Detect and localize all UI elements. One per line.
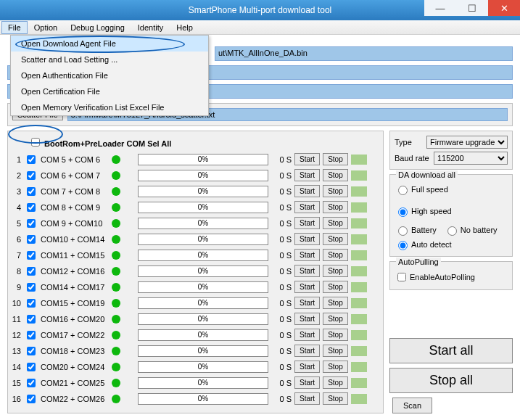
start-button[interactable]: Start <box>294 281 320 293</box>
file-menu-open-auth[interactable]: Open Authentication File <box>11 67 208 83</box>
start-button[interactable]: Start <box>294 201 320 213</box>
status-strip <box>351 394 367 404</box>
enable-autopolling-checkbox[interactable] <box>397 273 406 281</box>
port-checkbox[interactable] <box>27 187 36 196</box>
start-button[interactable]: Start <box>294 169 320 181</box>
row-number: 8 <box>11 267 21 276</box>
status-dot-icon <box>112 315 120 324</box>
bootrom-sel-all-checkbox[interactable] <box>31 138 40 147</box>
stop-button[interactable]: Stop <box>323 281 348 293</box>
start-button[interactable]: Start <box>294 297 320 309</box>
progress-bar: 0% <box>138 170 268 181</box>
status-dot-icon <box>112 283 120 292</box>
row-number: 16 <box>11 395 21 403</box>
menu-debug-logging[interactable]: Debug Logging <box>64 21 131 34</box>
file-menu-scatter-load[interactable]: Scatter and Load Setting ... <box>11 52 208 67</box>
port-checkbox[interactable] <box>27 219 36 228</box>
port-checkbox[interactable] <box>27 379 36 387</box>
port-checkbox[interactable] <box>27 347 36 355</box>
row-number: 1 <box>11 155 21 164</box>
start-button[interactable]: Start <box>294 313 320 325</box>
file-menu-open-da[interactable]: Open Download Agent File <box>11 36 208 52</box>
stop-button[interactable]: Stop <box>323 153 348 165</box>
port-checkbox[interactable] <box>27 155 36 164</box>
stop-button[interactable]: Stop <box>323 249 348 261</box>
menu-identity[interactable]: Identity <box>131 21 170 34</box>
elapsed-seconds: 0 S <box>271 315 292 324</box>
radio-full-speed[interactable] <box>398 186 408 195</box>
stop-button[interactable]: Stop <box>323 265 348 277</box>
progress-bar: 0% <box>138 329 268 341</box>
start-button[interactable]: Start <box>294 361 320 373</box>
da-bin-path: ut\MTK_AllInOne_DA.bin <box>215 46 513 61</box>
stop-button[interactable]: Stop <box>323 233 348 245</box>
menu-option[interactable]: Option <box>28 21 64 34</box>
progress-bar: 0% <box>138 250 268 261</box>
row-number: 9 <box>11 283 21 292</box>
progress-bar: 0% <box>138 265 268 277</box>
port-checkbox[interactable] <box>27 171 36 180</box>
radio-no-battery[interactable] <box>447 226 457 236</box>
port-checkbox[interactable] <box>27 299 36 308</box>
scan-button[interactable]: Scan <box>392 398 432 413</box>
port-checkbox[interactable] <box>27 315 36 324</box>
status-dot-icon <box>112 251 120 260</box>
stop-button[interactable]: Stop <box>323 345 348 357</box>
start-button[interactable]: Start <box>294 329 320 341</box>
file-menu-open-memver[interactable]: Open Memory Verification List Excel File <box>11 99 208 115</box>
row-number: 12 <box>11 331 21 339</box>
stop-button[interactable]: Stop <box>323 169 348 181</box>
radio-auto-detect[interactable] <box>398 241 408 250</box>
radio-battery[interactable] <box>398 226 408 236</box>
type-select[interactable]: Firmware upgrade <box>426 136 508 149</box>
port-checkbox[interactable] <box>27 267 36 276</box>
port-row: 2COM 6 + COM 70%0 SStartStop <box>11 168 380 183</box>
port-checkbox[interactable] <box>27 363 36 371</box>
progress-bar: 0% <box>138 234 268 245</box>
baud-select[interactable]: 115200 <box>434 152 508 165</box>
port-checkbox[interactable] <box>27 235 36 244</box>
maximize-button[interactable]: ☐ <box>456 0 488 16</box>
stop-button[interactable]: Stop <box>323 329 348 341</box>
elapsed-seconds: 0 S <box>271 363 292 371</box>
port-checkbox[interactable] <box>27 395 36 403</box>
com-label: COM20 + COM24 <box>41 363 109 371</box>
stop-button[interactable]: Stop <box>323 392 348 405</box>
status-strip <box>351 202 367 213</box>
start-button[interactable]: Start <box>294 233 320 245</box>
elapsed-seconds: 0 S <box>271 187 292 196</box>
stop-button[interactable]: Stop <box>323 217 348 229</box>
port-checkbox[interactable] <box>27 331 36 339</box>
file-menu-open-cert[interactable]: Open Certification File <box>11 83 208 99</box>
elapsed-seconds: 0 S <box>271 267 292 276</box>
start-button[interactable]: Start <box>294 345 320 357</box>
start-button[interactable]: Start <box>294 153 320 165</box>
autopulling-group: AutoPulling EnableAutoPolling <box>389 261 513 290</box>
start-button[interactable]: Start <box>294 185 320 197</box>
start-all-button[interactable]: Start all <box>389 338 513 363</box>
minimize-button[interactable]: — <box>424 0 456 16</box>
elapsed-seconds: 0 S <box>271 235 292 244</box>
port-checkbox[interactable] <box>27 283 36 292</box>
radio-high-speed[interactable] <box>398 207 408 217</box>
menu-help[interactable]: Help <box>170 21 199 34</box>
progress-bar: 0% <box>138 186 268 197</box>
stop-button[interactable]: Stop <box>323 361 348 373</box>
stop-button[interactable]: Stop <box>323 185 348 197</box>
stop-button[interactable]: Stop <box>323 376 348 389</box>
port-checkbox[interactable] <box>27 203 36 212</box>
start-button[interactable]: Start <box>294 249 320 261</box>
stop-button[interactable]: Stop <box>323 313 348 325</box>
stop-all-button[interactable]: Stop all <box>389 368 513 393</box>
start-button[interactable]: Start <box>294 217 320 229</box>
start-button[interactable]: Start <box>294 265 320 277</box>
stop-button[interactable]: Stop <box>323 297 348 309</box>
ports-panel: BootRom+PreLoader COM Sel All 1COM 5 + C… <box>7 131 384 413</box>
port-checkbox[interactable] <box>27 251 36 260</box>
stop-button[interactable]: Stop <box>323 201 348 213</box>
start-button[interactable]: Start <box>294 392 320 405</box>
close-button[interactable]: ✕ <box>488 0 520 16</box>
menu-file[interactable]: File <box>1 21 28 34</box>
status-dot-icon <box>112 299 120 308</box>
start-button[interactable]: Start <box>294 376 320 389</box>
